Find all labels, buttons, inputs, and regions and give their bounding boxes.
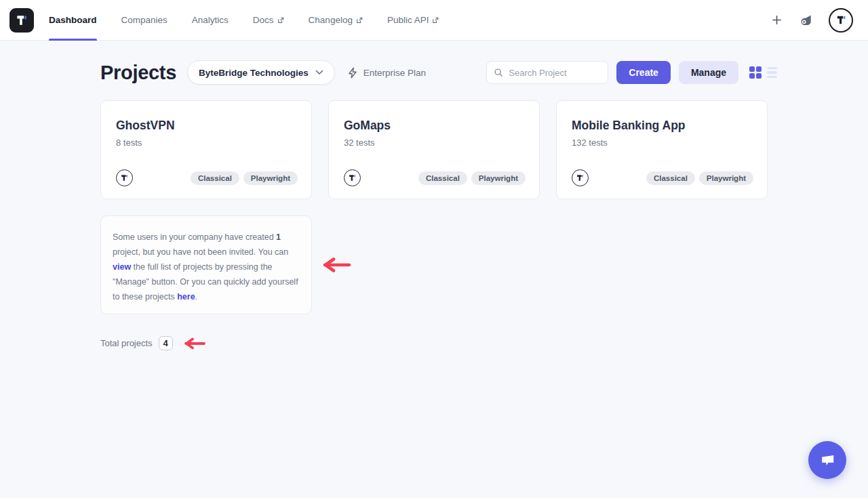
project-test-count: 132 tests [572,138,753,148]
navbar-right-actions [770,8,853,33]
record-bubble-button[interactable] [798,12,814,28]
nav-label: Changelog [309,15,353,25]
nav-label: Docs [253,15,274,25]
project-test-count: 8 tests [116,138,298,148]
card-footer: Classical Playwright [116,169,298,186]
nav-label: Companies [121,15,167,25]
badge-playwright: Playwright [471,171,526,185]
search-input[interactable] [509,68,597,78]
project-badges: Classical Playwright [191,171,298,185]
project-avatar [344,169,361,186]
search-box [486,61,608,84]
app-logo[interactable] [9,8,34,33]
plus-icon [772,15,782,25]
badge-playwright: Playwright [243,171,298,185]
avatar-logo-icon [120,173,129,182]
external-link-icon [356,17,363,24]
record-bubble-icon [800,14,812,26]
notice-row: Some users in your company have created … [100,215,777,314]
nav-item-dashboard[interactable]: Dashboard [49,0,97,41]
create-button[interactable]: Create [616,61,671,84]
notice-segment: Some users in your company have created [113,232,276,242]
search-icon [494,68,503,77]
company-selector[interactable]: ByteBridge Technologies [187,60,335,85]
project-name: Mobile Banking App [572,119,753,133]
total-projects-count: 4 [159,336,173,350]
external-link-icon [432,17,439,24]
badge-playwright: Playwright [699,171,753,185]
add-button[interactable] [770,14,783,26]
external-link-icon [277,17,284,24]
nav-item-companies[interactable]: Companies [121,0,167,41]
page-title: Projects [100,62,176,84]
view-link[interactable]: view [113,262,131,272]
project-card-mobile-banking-app[interactable]: Mobile Banking App 132 tests Classical P… [556,100,768,199]
header-actions: Create Manage [486,61,777,84]
project-cards: GhostVPN 8 tests Classical Playwright Go… [100,100,777,199]
company-selector-label: ByteBridge Technologies [199,68,309,78]
badge-classical: Classical [191,171,239,185]
avatar-logo-icon [576,173,585,182]
arrow-annotation-icon [179,337,206,350]
notice-segment: . [195,292,197,302]
nav-item-changelog[interactable]: Changelog [309,0,363,41]
list-view-icon[interactable] [767,67,777,79]
notice-count: 1 [276,232,281,242]
avatar-logo-icon [348,173,357,182]
project-name: GhostVPN [116,119,298,133]
notice-segment: the full list of projects by pressing th… [113,262,298,302]
project-badges: Classical Playwright [646,171,753,185]
project-card-ghostvpn[interactable]: GhostVPN 8 tests Classical Playwright [100,100,312,199]
grid-view-icon[interactable] [749,66,762,79]
projects-header: Projects ByteBridge Technologies Enterpr… [100,60,777,85]
notice-segment: project, but you have not been invited. … [113,247,288,257]
bolt-icon [347,67,358,79]
chevron-down-icon [315,70,323,75]
chat-widget-button[interactable] [808,441,846,479]
nav-item-docs[interactable]: Docs [253,0,284,41]
avatar-logo-icon [835,14,847,26]
plan-label: Enterprise Plan [363,68,426,78]
nav-item-public-api[interactable]: Public API [387,0,439,41]
plan-indicator: Enterprise Plan [347,67,426,79]
nav-label: Dashboard [49,15,97,25]
nav-item-analytics[interactable]: Analytics [192,0,229,41]
total-projects-row: Total projects 4 [100,336,777,350]
main-content: Projects ByteBridge Technologies Enterpr… [0,41,777,350]
user-avatar[interactable] [829,8,853,33]
main-nav: Dashboard Companies Analytics Docs Chang… [49,0,439,41]
arrow-annotation-icon [316,257,351,272]
project-avatar [116,169,133,186]
project-badges: Classical Playwright [418,171,526,185]
nav-label: Analytics [192,15,229,25]
nav-label: Public API [387,15,429,25]
chat-bubble-icon [818,452,836,468]
notice-text: Some users in your company have created … [113,230,300,304]
logo-icon [15,14,28,27]
badge-classical: Classical [418,171,467,185]
manage-button[interactable]: Manage [679,61,738,84]
badge-classical: Classical [646,171,695,185]
project-test-count: 32 tests [344,138,526,148]
card-footer: Classical Playwright [572,169,753,186]
project-avatar [572,169,589,186]
project-card-gomaps[interactable]: GoMaps 32 tests Classical Playwright [328,100,540,199]
total-projects-label: Total projects [100,338,153,348]
invitation-notice: Some users in your company have created … [100,215,312,314]
card-footer: Classical Playwright [344,169,526,186]
project-name: GoMaps [344,119,526,133]
top-navbar: Dashboard Companies Analytics Docs Chang… [0,0,868,41]
here-link[interactable]: here [177,292,195,302]
view-toggles [749,66,777,79]
